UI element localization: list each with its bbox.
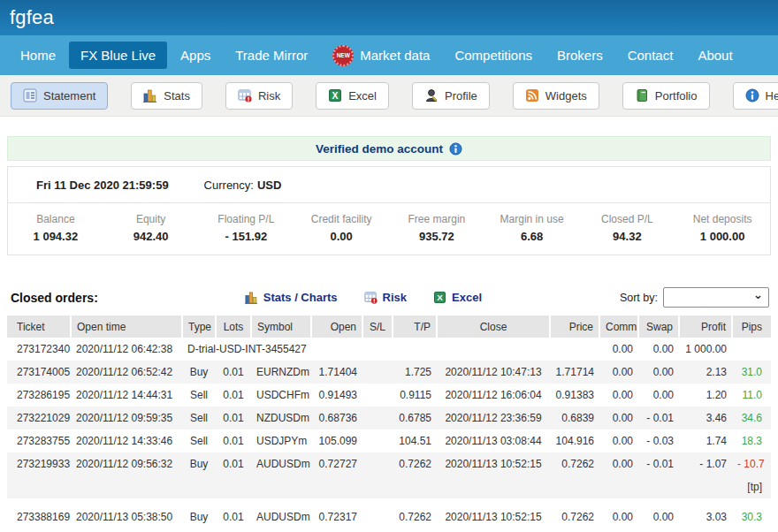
table-row: 2732861952020/11/12 14:44:31Sell0.01USDC…	[7, 384, 771, 407]
statement-button[interactable]: Statement	[11, 82, 108, 110]
account-summary: Balance 1 094.32 Equity 942.40 Floating …	[8, 203, 770, 255]
cell-tp: 0.7262	[393, 452, 437, 475]
cell-swap: 0.00	[638, 361, 679, 384]
cell-price: 0.7262	[550, 452, 599, 475]
sort-by-select[interactable]	[663, 287, 769, 308]
nav-item-competitions[interactable]: Competitions	[443, 42, 544, 69]
col-ticket: Ticket	[7, 315, 71, 338]
nav-item-trade-mirror[interactable]: Trade Mirror	[224, 42, 319, 69]
cell-symbol: USDCHFm	[251, 384, 311, 407]
nav-item-fx-blue-live[interactable]: FX Blue Live	[69, 42, 167, 69]
cell-open: 0.91493	[311, 384, 362, 407]
cell-price: 0.91383	[550, 384, 599, 407]
sort-by-label: Sort by:	[620, 292, 658, 304]
cell-empty	[7, 528, 732, 532]
cell-comm: 0.00	[599, 361, 638, 384]
account-header-row: Fri 11 Dec 2020 21:59:59 Currency:USD	[8, 167, 770, 203]
widgets-icon	[525, 88, 539, 103]
col-type: Type	[182, 315, 216, 338]
nav-item-contact[interactable]: Contact	[616, 42, 685, 69]
risk-button[interactable]: Risk	[225, 82, 293, 110]
risk-link[interactable]: Risk	[364, 291, 407, 304]
cell-close: 2020/11/12 23:36:59	[437, 407, 550, 429]
sort-by-group: Sort by: ⌄	[620, 287, 769, 308]
portfolio-button[interactable]: Portfolio	[622, 82, 710, 110]
summary-free-margin: Free margin 935.72	[389, 213, 484, 243]
cell-lots: 0.01	[216, 384, 251, 407]
cell-open-time: 2020/11/12 14:44:31	[71, 384, 182, 407]
summary-credit-facility: Credit facility 0.00	[294, 213, 389, 243]
cell-tp: 0.6785	[393, 407, 437, 429]
cell-swap: 0.00	[638, 384, 679, 407]
cell-symbol: USDJPYm	[251, 429, 311, 452]
cell-open-time: 2020/11/12 09:56:32	[71, 452, 182, 475]
cell-swap: - 0.01	[638, 407, 679, 429]
col-tp: T/P	[393, 315, 437, 338]
excel-button[interactable]: Excel	[316, 82, 389, 110]
cell-price: 0.7262	[550, 505, 599, 528]
currency: Currency:USD	[204, 179, 282, 192]
excel-link[interactable]: Excel	[433, 291, 482, 304]
cell-tp: 0.9115	[393, 384, 437, 407]
help-icon	[745, 88, 759, 103]
nav-item-home[interactable]: Home	[9, 42, 67, 69]
cell-pips	[732, 338, 771, 361]
summary-closed-pl: Closed P/L 94.32	[580, 213, 675, 243]
profile-button[interactable]: Profile	[412, 82, 490, 110]
closed-orders-links: Stats / Charts Risk Excel	[210, 291, 508, 304]
cell-tp: 1.725	[393, 361, 437, 384]
stats-button[interactable]: Stats	[131, 82, 202, 110]
nav-item-about[interactable]: About	[686, 42, 744, 69]
col-sl: S/L	[362, 315, 393, 338]
cell-open: 0.72317	[311, 505, 362, 528]
risk-icon	[238, 88, 252, 103]
spacer-cell	[7, 498, 771, 505]
cell-profit: 2.13	[679, 361, 732, 384]
info-icon[interactable]	[449, 142, 462, 156]
cell-type: Buy	[182, 361, 216, 384]
cell-profit: - 1.07	[679, 452, 732, 475]
cell-comm: 0.00	[599, 338, 638, 361]
site-header: fgfea	[0, 0, 778, 35]
cell-close: 2020/11/13 03:08:44	[437, 429, 550, 452]
closed-orders-table: Ticket Open time Type Lots Symbol Open S…	[7, 315, 771, 532]
cell-open-time: 2020/11/12 06:52:42	[71, 361, 182, 384]
summary-net-deposits: Net deposits 1 000.00	[675, 213, 770, 243]
cell-close: 2020/11/12 16:06:04	[437, 384, 550, 407]
cell-type: Buy	[182, 505, 216, 528]
col-open-time: Open time	[71, 315, 182, 338]
cell-price: 0.6839	[550, 407, 599, 429]
cell-profit: 3.46	[679, 407, 732, 429]
stats-charts-link[interactable]: Stats / Charts	[245, 291, 338, 304]
cell-ticket: 273283755	[7, 429, 71, 452]
excel-icon	[328, 88, 342, 103]
cell-pips: 11.0	[732, 384, 771, 407]
account-box: Fri 11 Dec 2020 21:59:59 Currency:USD Ba…	[7, 166, 771, 255]
help-button[interactable]: Help	[733, 82, 778, 110]
cell-tp: 0.7262	[393, 505, 437, 528]
nav-item-apps[interactable]: Apps	[169, 42, 222, 69]
cell-type: Sell	[182, 429, 216, 452]
stats-icon	[245, 291, 258, 304]
portfolio-icon	[635, 88, 649, 103]
table-row: [tp]	[7, 528, 771, 532]
nav-item-brokers[interactable]: Brokers	[545, 42, 614, 69]
col-pips: Pips	[732, 315, 771, 338]
cell-swap: 0.00	[638, 505, 679, 528]
cell-symbol: EURNZDm	[251, 361, 311, 384]
cell-ticket: 273286195	[7, 384, 71, 407]
table-header-row: Ticket Open time Type Lots Symbol Open S…	[7, 315, 771, 338]
cell-type: Sell	[182, 384, 216, 407]
cell-ticket: 273221029	[7, 407, 71, 429]
nav-item-market-data[interactable]: NEW Market data	[321, 39, 441, 72]
cell-close: 2020/11/12 10:47:13	[437, 361, 550, 384]
table-row: [tp]	[7, 475, 771, 498]
cell-pips: [tp]	[732, 475, 771, 498]
cell-comm: 0.00	[599, 452, 638, 475]
cell-ticket: 273172340	[7, 338, 71, 361]
cell-tp: 104.51	[393, 429, 437, 452]
main-nav: Home FX Blue Live Apps Trade Mirror NEW …	[0, 35, 778, 75]
cell-swap: - 0.03	[638, 429, 679, 452]
col-comm: Comm	[599, 315, 638, 338]
widgets-button[interactable]: Widgets	[513, 82, 599, 110]
